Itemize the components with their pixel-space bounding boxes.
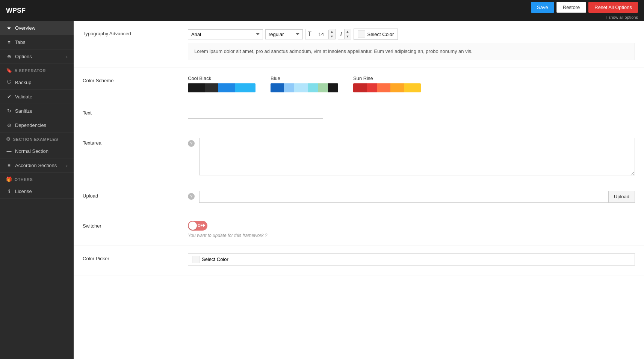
typography-field-row: Typography Advanced Arial Georgia Verdan… [74,21,644,68]
sidebar-item-label: Normal Section [15,148,48,154]
sidebar-item-validate[interactable]: ✔ Validate [0,90,74,104]
color-picker-label-text: Select Color [202,256,228,262]
color-scheme-control: Cool Black Blue [188,75,635,92]
blue-bar [271,83,338,92]
sidebar-item-label: Overview [15,25,35,31]
typography-preview: Lorem ipsum dolor sit amet, pro ad sanct… [188,43,635,60]
segment [205,83,218,92]
line-height-up[interactable]: ▲ [345,29,351,34]
star-icon: ★ [6,25,12,31]
font-size-icon: T [305,29,314,39]
separator-others: 🎁 OTHERS [0,173,74,184]
upload-button[interactable]: Upload [608,191,635,203]
show-all-options-link[interactable]: show all options [605,15,638,20]
segment [404,83,421,92]
font-size-spinners: ▲ ▼ [329,29,335,39]
sun-rise-bar [353,83,421,92]
save-button[interactable]: Save [531,2,554,13]
sidebar-item-label: Sanitize [15,108,32,114]
info-icon: ℹ [6,189,12,194]
list-icon: ≡ [6,163,12,168]
main-layout: ★ Overview ≡ Tabs ⊕ Options › 🔖 A SEPERA… [0,21,644,359]
font-size-control: T ▲ ▼ [305,29,336,39]
sidebar-item-label: Validate [15,94,32,100]
text-control [188,108,635,119]
typography-label: Typography Advanced [83,29,188,36]
segment [308,83,318,92]
topbar-actions: Save Restore Reset All Options show all … [531,2,638,20]
options-icon: ⊕ [6,54,12,59]
text-field-row: Text [74,100,644,130]
upload-control: Upload [199,191,635,203]
line-height-control: I ▲ ▼ [338,29,351,39]
color-picker-field-row: Color Picker Select Color [74,246,644,276]
sidebar-item-tabs[interactable]: ≡ Tabs [0,35,74,50]
restore-button[interactable]: Restore [556,2,587,13]
font-size-up[interactable]: ▲ [329,29,335,34]
color-scheme-label: Color Scheme [83,75,188,83]
segment [367,83,377,92]
sidebar-item-label: Options [15,54,32,59]
textarea-input[interactable] [199,138,635,175]
toggle-state-label: OFF [198,223,205,228]
tabs-icon: ≡ [6,39,12,45]
font-weight-select[interactable]: regular bold italic [265,29,303,39]
toggle-switch[interactable]: OFF [188,221,207,231]
color-scheme-cool-black[interactable]: Cool Black [188,75,255,92]
sidebar-item-sanitize[interactable]: ↻ Sanitize [0,104,74,118]
sidebar-item-label: Dependencies [15,122,46,128]
textarea-label: Textarea [83,138,188,146]
separator-label: OTHERS [15,177,33,182]
upload-path-input[interactable] [199,191,608,203]
color-scheme-sun-rise[interactable]: Sun Rise [353,75,421,92]
segment [377,83,390,92]
sidebar-item-dependencies[interactable]: ⊘ Dependencies [0,118,74,133]
sidebar-item-label: Backup [15,80,31,85]
sidebar-item-accordion-sections[interactable]: ≡ Accordion Sections › [0,158,74,173]
color-picker-label: Color Picker [83,253,188,261]
font-size-input[interactable] [314,30,329,39]
sun-rise-label: Sun Rise [353,75,421,81]
color-scheme-blue[interactable]: Blue [271,75,338,92]
segment [390,83,404,92]
gift-icon: 🎁 [6,176,12,182]
sidebar-item-license[interactable]: ℹ License [0,184,74,199]
segment [235,83,255,92]
color-picker-button[interactable]: Select Color [188,253,635,265]
help-icon[interactable]: ? [188,193,195,200]
color-scheme-field-row: Color Scheme Cool Black Blue [74,68,644,100]
textarea-help: ? [188,138,199,147]
app-logo: WPSF [6,7,26,15]
sidebar-item-overview[interactable]: ★ Overview [0,21,74,35]
textarea-control [199,138,635,175]
segment [294,83,308,92]
text-label: Text [83,108,188,116]
switcher-label: Switcher [83,221,188,229]
line-height-down[interactable]: ▼ [345,34,351,39]
refresh-icon: ↻ [6,108,12,114]
separator-label: SECTION EXAMPLES [13,137,58,142]
sidebar-item-options[interactable]: ⊕ Options › [0,50,74,64]
sidebar-item-backup[interactable]: 🛡 Backup [0,75,74,90]
sidebar-item-normal-section[interactable]: — Normal Section [0,144,74,158]
toggle-container: OFF [188,221,635,231]
cool-black-bar [188,83,255,92]
reset-all-button[interactable]: Reset All Options [588,2,638,13]
check-icon: ✔ [6,94,12,100]
typography-color-label: Select Color [367,32,394,37]
typography-color-button[interactable]: Select Color [354,29,398,40]
typography-row: Arial Georgia Verdana Times New Roman re… [188,29,635,40]
bookmark-icon: 🔖 [6,68,12,73]
text-input[interactable] [188,108,323,119]
font-size-down[interactable]: ▼ [329,34,335,39]
toggle-knob [189,222,197,230]
upload-help: ? [188,191,199,200]
sidebar-item-label: License [15,189,32,194]
help-icon[interactable]: ? [188,140,195,147]
color-scheme-options: Cool Black Blue [188,75,635,92]
blue-label: Blue [271,75,338,81]
segment [188,83,205,92]
font-family-select[interactable]: Arial Georgia Verdana Times New Roman [188,29,263,39]
topbar: WPSF Save Restore Reset All Options show… [0,0,644,21]
segment [318,83,328,92]
